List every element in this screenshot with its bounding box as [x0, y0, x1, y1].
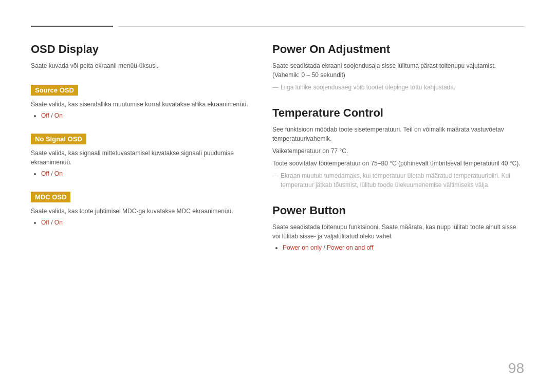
divider-left [31, 26, 113, 27]
source-osd-bullet: Off / On [41, 112, 252, 119]
right-column: Power On Adjustment Saate seadistada ekr… [272, 43, 524, 266]
power-button-bullet: Power on only / Power on and off [283, 244, 524, 251]
temperature-desc: See funktsioon mõõdab toote sisetemperat… [272, 125, 524, 143]
divider-right [118, 26, 524, 27]
main-content: OSD Display Saate kuvada või peita ekraa… [31, 43, 524, 266]
temperature-recommended: Toote soovitatav töötemperatuur on 75–80… [272, 159, 524, 168]
power-on-note: Liiga lühike soojendusaeg võib toodet ül… [272, 83, 524, 92]
power-button-bullets: Power on only / Power on and off [272, 244, 524, 251]
source-osd-label: Source OSD [31, 85, 78, 96]
power-button-title: Power Button [272, 204, 524, 217]
no-signal-osd-bullets: Off / On [31, 170, 252, 177]
no-signal-osd-block: No Signal OSD Saate valida, kas signaali… [31, 134, 252, 177]
no-signal-osd-label: No Signal OSD [31, 134, 86, 144]
no-signal-osd-sep: / [49, 170, 54, 177]
power-on-desc: Saate seadistada ekraani soojendusaja si… [272, 61, 524, 80]
power-button-desc: Saate seadistada toitenupu funktsiooni. … [272, 222, 524, 241]
temperature-default: Vaiketemperatuur on 77 °C. [272, 146, 524, 156]
no-signal-osd-bullet: Off / On [41, 170, 252, 177]
power-on-title: Power On Adjustment [272, 43, 524, 56]
temperature-control-section: Temperature Control See funktsioon mõõda… [272, 106, 524, 190]
no-signal-osd-desc: Saate valida, kas signaali mittetuvastam… [31, 148, 252, 167]
top-divider [31, 26, 524, 27]
mdc-osd-bullet: Off / On [41, 219, 252, 226]
osd-display-title: OSD Display [31, 43, 252, 56]
source-osd-block: Source OSD Saate valida, kas sisendallik… [31, 85, 252, 119]
source-osd-on[interactable]: On [54, 112, 63, 119]
source-osd-off[interactable]: Off [41, 112, 49, 119]
no-signal-osd-off[interactable]: Off [41, 170, 49, 177]
temperature-note: Ekraan muutub tumedamaks, kui temperatuu… [272, 171, 524, 190]
mdc-osd-label: MDC OSD [31, 192, 70, 202]
power-on-and-off[interactable]: Power on and off [327, 244, 374, 251]
page-number: 98 [508, 360, 524, 377]
mdc-osd-desc: Saate valida, kas toote juhtimisel MDC-g… [31, 207, 252, 216]
power-on-only[interactable]: Power on only [283, 244, 322, 251]
power-button-separator: / [322, 244, 327, 251]
power-on-adjustment-section: Power On Adjustment Saate seadistada ekr… [272, 43, 524, 92]
source-osd-desc: Saate valida, kas sisendallika muutumise… [31, 100, 252, 109]
source-osd-sep: / [49, 112, 54, 119]
mdc-osd-bullets: Off / On [31, 219, 252, 226]
left-column: OSD Display Saate kuvada või peita ekraa… [31, 43, 252, 266]
source-osd-bullets: Off / On [31, 112, 252, 119]
mdc-osd-sep: / [49, 219, 54, 226]
mdc-osd-off[interactable]: Off [41, 219, 49, 226]
mdc-osd-block: MDC OSD Saate valida, kas toote juhtimis… [31, 192, 252, 226]
osd-display-desc: Saate kuvada või peita ekraanil menüü-ük… [31, 61, 252, 70]
power-button-section: Power Button Saate seadistada toitenupu … [272, 204, 524, 251]
mdc-osd-on[interactable]: On [54, 219, 63, 226]
temperature-title: Temperature Control [272, 106, 524, 120]
no-signal-osd-on[interactable]: On [54, 170, 63, 177]
osd-display-section: OSD Display Saate kuvada või peita ekraa… [31, 43, 252, 70]
